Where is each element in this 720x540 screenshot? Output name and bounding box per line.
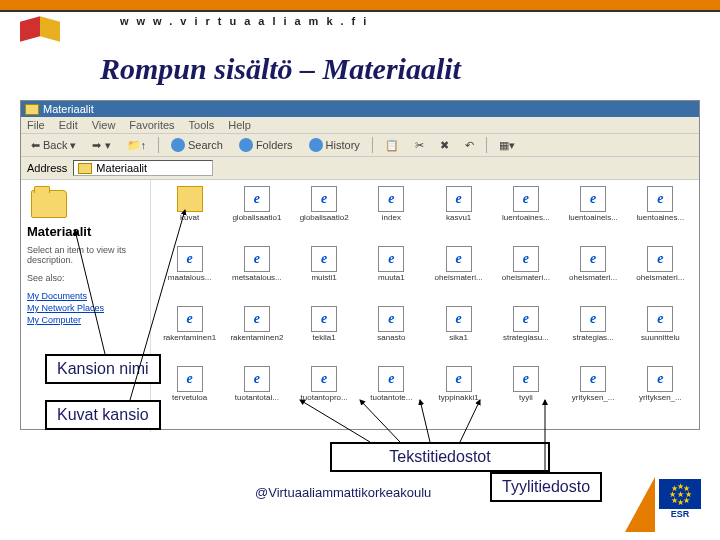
ie-file-icon: e <box>446 366 472 392</box>
file-item[interactable]: estrategias... <box>561 306 626 364</box>
logo <box>15 4 75 54</box>
menu-bar: File Edit View Favorites Tools Help <box>21 117 699 134</box>
tb-extra-1[interactable]: 📋 <box>381 138 403 153</box>
file-item[interactable]: emetsatalous... <box>224 246 289 304</box>
folder-icon <box>177 186 203 212</box>
forward-button[interactable]: ➡ ▾ <box>88 138 114 153</box>
file-item[interactable]: erakentaminen2 <box>224 306 289 364</box>
file-label: tervetuloa <box>172 394 207 402</box>
file-label: oheismateri... <box>435 274 483 282</box>
file-item[interactable]: esika1 <box>426 306 491 364</box>
ie-file-icon: e <box>446 306 472 332</box>
folders-button[interactable]: Folders <box>235 137 297 153</box>
folder-icon <box>78 163 92 174</box>
file-label: yrityksen_... <box>639 394 682 402</box>
esr-label: ESR <box>659 509 701 519</box>
file-item[interactable]: eyrityksen_... <box>628 366 693 424</box>
search-icon <box>171 138 185 152</box>
link-my-documents[interactable]: My Documents <box>27 291 144 301</box>
file-item[interactable]: eoheismateri... <box>561 246 626 304</box>
ie-file-icon: e <box>446 246 472 272</box>
file-item[interactable]: eindex <box>359 186 424 244</box>
file-item[interactable]: etuotantopro... <box>292 366 357 424</box>
file-item[interactable]: eluentoaines... <box>628 186 693 244</box>
file-item[interactable]: eluentoaines... <box>493 186 558 244</box>
file-label: muisti1 <box>311 274 336 282</box>
link-my-computer[interactable]: My Computer <box>27 315 144 325</box>
menu-file[interactable]: File <box>27 119 45 131</box>
file-item[interactable]: etyyli <box>493 366 558 424</box>
menu-tools[interactable]: Tools <box>189 119 215 131</box>
file-item[interactable]: eglobalisaatio1 <box>224 186 289 244</box>
file-item[interactable]: etuotantote... <box>359 366 424 424</box>
file-item[interactable]: emuisti1 <box>292 246 357 304</box>
ie-file-icon: e <box>647 366 673 392</box>
ie-file-icon: e <box>580 306 606 332</box>
file-item[interactable]: esuunnittelu <box>628 306 693 364</box>
callout-tekstitiedostot: Tekstitiedostot <box>330 442 550 472</box>
file-label: tuotantote... <box>370 394 412 402</box>
up-button[interactable]: 📁↑ <box>123 138 151 153</box>
file-label: metsatalous... <box>232 274 282 282</box>
tb-extra-3[interactable]: ✖ <box>436 138 453 153</box>
ie-file-icon: e <box>177 366 203 392</box>
callout-kuvat-kansio: Kuvat kansio <box>45 400 161 430</box>
ie-file-icon: e <box>311 186 337 212</box>
window-titlebar[interactable]: Materiaalit <box>21 101 699 117</box>
history-button[interactable]: History <box>305 137 364 153</box>
address-bar: Address Materiaalit <box>21 157 699 180</box>
ie-file-icon: e <box>244 246 270 272</box>
link-my-network[interactable]: My Network Places <box>27 303 144 313</box>
menu-view[interactable]: View <box>92 119 116 131</box>
address-label: Address <box>27 162 67 174</box>
file-label: oheismateri... <box>636 274 684 282</box>
file-item[interactable]: etyppinakki1 <box>426 366 491 424</box>
file-item[interactable]: esanasto <box>359 306 424 364</box>
file-item[interactable]: eluentoaineis... <box>561 186 626 244</box>
file-label: oheismateri... <box>569 274 617 282</box>
ie-file-icon: e <box>513 186 539 212</box>
file-item[interactable]: etuotantotal... <box>224 366 289 424</box>
history-icon <box>309 138 323 152</box>
eu-flag-icon <box>659 479 701 509</box>
file-label: globalisaatio1 <box>232 214 281 222</box>
file-item[interactable]: emuuta1 <box>359 246 424 304</box>
address-field[interactable]: Materiaalit <box>73 160 213 176</box>
file-item[interactable]: eglobalisaatio2 <box>292 186 357 244</box>
search-button[interactable]: Search <box>167 137 227 153</box>
file-label: kasvu1 <box>446 214 471 222</box>
file-item[interactable]: erakentaminen1 <box>157 306 222 364</box>
ie-file-icon: e <box>244 366 270 392</box>
file-item[interactable]: etekila1 <box>292 306 357 364</box>
menu-help[interactable]: Help <box>228 119 251 131</box>
toolbar-separator <box>486 137 487 153</box>
file-item[interactable]: etervetuloa <box>157 366 222 424</box>
ie-file-icon: e <box>513 306 539 332</box>
file-item[interactable]: ekasvu1 <box>426 186 491 244</box>
menu-favorites[interactable]: Favorites <box>129 119 174 131</box>
callout-kansion-nimi: Kansion nimi <box>45 354 161 384</box>
file-item[interactable]: kuvat <box>157 186 222 244</box>
window-title-text: Materiaalit <box>43 103 94 115</box>
tb-extra-2[interactable]: ✂ <box>411 138 428 153</box>
file-item[interactable]: eoheismateri... <box>493 246 558 304</box>
file-label: tyyli <box>519 394 533 402</box>
tb-views[interactable]: ▦▾ <box>495 138 519 153</box>
file-item[interactable]: eoheismateri... <box>426 246 491 304</box>
file-item[interactable]: emaatalous... <box>157 246 222 304</box>
top-accent-bar <box>0 0 720 12</box>
header-url: www.virtuaaliamk.fi <box>120 15 374 27</box>
back-button[interactable]: ⬅ Back ▾ <box>27 138 80 153</box>
ie-file-icon: e <box>378 246 404 272</box>
file-item[interactable]: estrategiasu... <box>493 306 558 364</box>
file-item[interactable]: eyrityksen_... <box>561 366 626 424</box>
menu-edit[interactable]: Edit <box>59 119 78 131</box>
file-item[interactable]: eoheismateri... <box>628 246 693 304</box>
ie-file-icon: e <box>311 306 337 332</box>
tb-extra-4[interactable]: ↶ <box>461 138 478 153</box>
ie-file-icon: e <box>580 246 606 272</box>
orange-triangle-icon <box>625 477 655 532</box>
pane-title: Materiaalit <box>27 224 144 239</box>
ie-file-icon: e <box>513 246 539 272</box>
address-value: Materiaalit <box>96 162 147 174</box>
